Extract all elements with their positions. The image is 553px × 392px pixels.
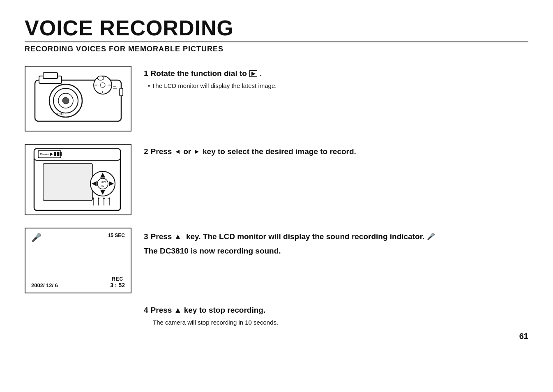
step-3-mic-symbol: 🎤 [427,232,435,242]
step-1-heading-text: Rotate the function dial to [151,69,247,78]
page-number: 61 [25,332,528,341]
step-1-row: SETUP 1 Rotate the function dial to ▶ . … [25,66,528,131]
cam3-rec: REC [110,276,125,282]
steps-container: SETUP 1 Rotate the function dial to ▶ . … [25,66,528,306]
svg-text:T►: T► [100,184,105,187]
cam3-date: 2002/ 12/ 6 [31,282,58,288]
step-2-heading: 2 Press ◄ or ► key to select the desired… [144,147,528,156]
svg-point-29 [97,178,108,189]
svg-point-15 [97,76,104,80]
step-2-row: Power ◄W [25,144,528,215]
step-2-num: 2 [144,147,148,156]
step-4-row: 4 Press ▲ key to stop recording. The cam… [25,306,528,327]
svg-text:SETUP: SETUP [55,112,66,116]
subtitle: RECORDING VOICES FOR MEMORABLE PICTURES [25,45,528,53]
step-2-arrow-right: ► [194,148,200,155]
step-1-bullet: • The LCD monitor will display the lates… [148,81,528,91]
cam3-mic: 🎤 [31,233,41,242]
cam3-rec-col: REC 3 : 52 [110,276,125,288]
svg-rect-27 [43,164,92,201]
page-title: VOICE RECORDING [25,16,528,40]
cam3-middle [31,244,125,273]
step-1-num: 1 [144,69,148,78]
title-divider [25,42,528,42]
svg-rect-2 [43,73,58,78]
step-4-num: 4 [144,306,148,315]
step-4-heading-text: Press ▲ key to stop recording. [151,306,266,315]
svg-rect-18 [120,88,123,96]
step-3-heading-text: Press ▲ key. The LCD monitor will displa… [151,231,425,243]
svg-rect-25 [57,152,59,156]
step-3-heading: 3 Press ▲ key. The LCD monitor will disp… [144,231,440,257]
step-1-content: 1 Rotate the function dial to ▶ . • The … [144,66,528,91]
step-2-press: Press [151,147,172,156]
step-3-image: 🎤 15 SEC 2002/ 12/ 6 REC 3 : 52 [25,228,131,293]
step-1-heading: 1 Rotate the function dial to ▶ . [144,69,528,78]
step-4-sub: The camera will stop recording in 10 sec… [153,318,528,327]
step-3-heading-text2: The DC3810 is now recording sound. [144,245,281,257]
svg-text:Power: Power [40,152,49,156]
svg-rect-26 [60,152,62,156]
step-3-num: 3 [144,231,148,243]
svg-text:◄W: ◄W [100,180,106,183]
cam3-sec: 15 SEC [108,233,125,238]
step-4-heading: 4 Press ▲ key to stop recording. [144,306,528,315]
svg-point-14 [100,83,105,88]
svg-point-6 [62,97,69,104]
cam3-bottom: 2002/ 12/ 6 REC 3 : 52 [31,276,125,288]
cam3-top-row: 🎤 15 SEC [31,233,125,242]
step-1-dot: . [260,69,262,78]
step-2-or: or [183,147,191,156]
cam3-time: 3 : 52 [110,282,125,288]
svg-rect-24 [54,152,56,156]
step-3-row: 🎤 15 SEC 2002/ 12/ 6 REC 3 : 52 3 Press … [25,228,528,293]
step-2-content: 2 Press ◄ or ► key to select the desired… [144,144,528,159]
step-2-arrow-left: ◄ [174,148,181,155]
step-2-key-text: key to select the desired image to recor… [203,147,356,156]
play-icon: ▶ [249,70,257,77]
step-3-content: 3 Press ▲ key. The LCD monitor will disp… [144,228,528,260]
step-2-image: Power ◄W [25,144,131,215]
step-1-image: SETUP [25,66,131,131]
